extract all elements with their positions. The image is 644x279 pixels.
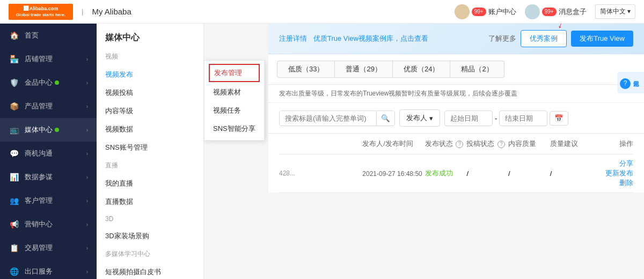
sidebar-label-media: 媒体中心 bbox=[25, 125, 53, 135]
publish-manage-label: 发布管理 bbox=[214, 69, 242, 77]
alibaba-logo: 🅰 Alibaba.comGlobal trade starts here. bbox=[9, 4, 73, 20]
sidebar-item-biz[interactable]: 💬 商机沟通 › bbox=[0, 142, 97, 165]
video-publish-label: 视频发布 bbox=[105, 70, 133, 79]
user-center-label: 账户中心 bbox=[488, 7, 516, 17]
menu-item-live-data[interactable]: 直播数据 bbox=[105, 193, 195, 211]
header-title bbox=[279, 139, 362, 149]
sidebar-item-marketing[interactable]: 📢 营销中心 › bbox=[0, 212, 97, 236]
video-submit-label: 视频投稿 bbox=[105, 88, 133, 98]
update-publish-link[interactable]: 更新发布 bbox=[591, 168, 633, 178]
publisher-label: 发布人 bbox=[406, 113, 427, 123]
start-date-input[interactable] bbox=[444, 111, 493, 126]
sidebar-item-products[interactable]: 📦 产品管理 › bbox=[0, 94, 97, 118]
faq-panel[interactable]: 常见问题 ? bbox=[617, 72, 644, 93]
submenu-item-material[interactable]: 视频素材 bbox=[204, 83, 264, 101]
sns-account-label: SNS账号管理 bbox=[105, 143, 148, 152]
menu-item-3d-home[interactable]: 3D家装场景购 bbox=[105, 227, 195, 245]
sidebar-item-data[interactable]: 📊 数据参谋 › bbox=[0, 165, 97, 189]
arrow-icon8: › bbox=[86, 222, 88, 227]
header-vote: 投稿状态 ? bbox=[466, 139, 508, 149]
sidebar-label-home: 首页 bbox=[25, 31, 39, 40]
status-help-icon[interactable]: ? bbox=[456, 141, 463, 148]
banner-register-link[interactable]: 注册详情 bbox=[279, 34, 307, 43]
publish-trueview-button[interactable]: 发布True View bbox=[571, 31, 633, 47]
content-grade-label: 内容等级 bbox=[105, 106, 133, 116]
sidebar-label-data: 数据参谋 bbox=[25, 172, 53, 182]
store-icon: 🏪 bbox=[9, 54, 19, 64]
sidebar-item-customer[interactable]: 👥 客户管理 › bbox=[0, 189, 97, 212]
table-area: 发布人/发布时间 发布状态 ? 投稿状态 ? 内容质量 bbox=[268, 134, 644, 193]
header-quality: 内容质量 bbox=[508, 139, 550, 149]
media-icon: 📺 bbox=[9, 124, 19, 135]
menu-item-my-live[interactable]: 我的直播 bbox=[105, 174, 195, 193]
row-publisher: 2021-09-27 16:48:50 bbox=[362, 170, 425, 178]
tab-normal-quality[interactable]: 普通（29） bbox=[335, 61, 392, 78]
header-suggest: 质量建议 bbox=[550, 139, 592, 149]
sidebar-item-media[interactable]: 📺 媒体中心 › bbox=[0, 118, 97, 142]
tab-high-quality[interactable]: 优质（24） bbox=[393, 61, 450, 78]
search-input[interactable] bbox=[280, 111, 376, 126]
topbar: 🅰 Alibaba.comGlobal trade starts here. |… bbox=[0, 0, 644, 24]
arrow-icon5: › bbox=[86, 151, 88, 157]
menu-item-video-guide[interactable]: 短视频拍摄白皮书 bbox=[105, 263, 195, 279]
header-publisher: 发布人/发布时间 bbox=[362, 139, 425, 149]
row-vote: / bbox=[466, 170, 508, 178]
data-icon: 📊 bbox=[9, 172, 19, 182]
menu-item-video-publish[interactable]: 视频发布 bbox=[105, 65, 195, 84]
search-button[interactable]: 🔍 bbox=[376, 111, 394, 126]
sidebar-item-store[interactable]: 🏪 店铺管理 › bbox=[0, 47, 97, 71]
menu-item-video-data[interactable]: 视频数据 bbox=[105, 120, 195, 138]
quality-tabs: 低质（33） 普通（29） 优质（24） 精品（2） bbox=[277, 61, 635, 78]
calendar-button[interactable]: 📅 bbox=[550, 111, 568, 126]
main-layout: 🏠 首页 🏪 店铺管理 › 🛡️ 金品中心 › 📦 产品管理 › 📺 媒体中心 … bbox=[0, 24, 644, 279]
sidebar-item-gold[interactable]: 🛡️ 金品中心 › bbox=[0, 71, 97, 94]
avatar bbox=[455, 4, 470, 19]
topbar-right: 99+ 账户中心 99+ 消息盒子 简体中文 ▾ bbox=[455, 4, 635, 19]
excellent-cases-button[interactable]: 优秀案例 bbox=[521, 30, 567, 47]
language-selector[interactable]: 简体中文 ▾ bbox=[595, 4, 635, 19]
search-wrapper: 🔍 bbox=[279, 111, 395, 126]
menu-item-video-submit[interactable]: 视频投稿 bbox=[105, 84, 195, 102]
menu-item-sns-account[interactable]: SNS账号管理 bbox=[105, 138, 195, 157]
video-section: 视频 视频发布 视频投稿 内容等级 视频数据 SNS账号管理 bbox=[97, 52, 203, 157]
video-task-label: 视频任务 bbox=[213, 106, 241, 114]
sidebar-label-marketing: 营销中心 bbox=[25, 219, 53, 229]
row-suggest: / bbox=[550, 170, 592, 178]
3d-section-title: 3D bbox=[105, 215, 195, 223]
submenu-item-sns[interactable]: SNS智能分享 bbox=[204, 120, 264, 138]
menu-item-content-grade[interactable]: 内容等级 bbox=[105, 102, 195, 120]
banner-promo-text: 优质True View视频案例库，点击查看 bbox=[313, 34, 428, 43]
tab-premium-quality[interactable]: 精品（2） bbox=[450, 61, 504, 78]
row-quality: / bbox=[508, 170, 550, 178]
user-center-btn[interactable]: 99+ 账户中心 bbox=[455, 4, 516, 19]
delete-link[interactable]: 删除 bbox=[591, 178, 633, 188]
message-box-btn[interactable]: 99+ 消息盒子 bbox=[525, 4, 587, 19]
end-date-input[interactable] bbox=[499, 111, 547, 126]
table-header: 发布人/发布时间 发布状态 ? 投稿状态 ? 内容质量 bbox=[279, 134, 633, 155]
arrow-icon: › bbox=[86, 56, 88, 62]
live-section-title: 直播 bbox=[105, 161, 195, 170]
sidebar-label-gold: 金品中心 bbox=[25, 78, 53, 87]
date-separator: - bbox=[495, 114, 497, 122]
sidebar-item-export[interactable]: 🌐 出口服务 › bbox=[0, 260, 97, 279]
date-range: - 📅 bbox=[444, 111, 568, 126]
sidebar-item-trade[interactable]: 📋 交易管理 › bbox=[0, 236, 97, 260]
row-id: 428... bbox=[279, 170, 362, 177]
sidebar-item-home[interactable]: 🏠 首页 bbox=[0, 24, 97, 47]
live-data-label: 直播数据 bbox=[105, 197, 133, 207]
message-avatar bbox=[525, 4, 540, 19]
submenu-item-task[interactable]: 视频任务 bbox=[204, 101, 264, 120]
live-section: 直播 我的直播 直播数据 bbox=[97, 161, 203, 211]
quality-tabs-container: 低质（33） 普通（29） 优质（24） 精品（2） bbox=[268, 54, 644, 85]
publisher-select[interactable]: 发布人 ▾ bbox=[399, 109, 440, 127]
submenu-item-publish[interactable]: 发布管理 bbox=[209, 64, 260, 82]
search-bar: 🔍 发布人 ▾ - 📅 bbox=[268, 103, 644, 134]
learning-section: 多媒体学习中心 短视频拍摄白皮书 bbox=[97, 249, 203, 279]
header-status: 发布状态 ? bbox=[425, 139, 467, 149]
vote-help-icon[interactable]: ? bbox=[497, 141, 505, 148]
header-action: 操作 bbox=[591, 139, 633, 149]
share-link[interactable]: 分享 bbox=[591, 159, 633, 168]
table-row: 428... 2021-09-27 16:48:50 发布成功 / / bbox=[279, 155, 633, 193]
home-icon: 🏠 bbox=[9, 30, 19, 41]
tab-low-quality[interactable]: 低质（33） bbox=[277, 61, 335, 78]
